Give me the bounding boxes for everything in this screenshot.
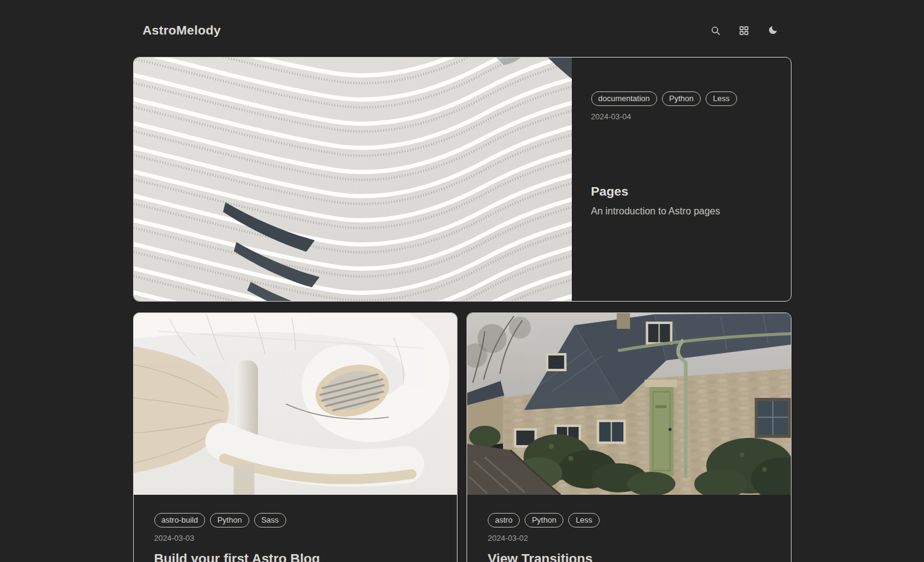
featured-post-card[interactable]: documentation Python Less 2024-03-04 Pag… (133, 57, 791, 302)
tag-pill[interactable]: Python (662, 91, 701, 106)
search-button[interactable] (706, 20, 726, 41)
post-date: 2024-03-04 (591, 112, 772, 121)
theme-toggle-button[interactable] (762, 20, 783, 41)
tag-pill[interactable]: Sass (254, 513, 286, 527)
grid-menu-button[interactable] (734, 20, 755, 41)
moon-icon (767, 25, 778, 36)
tag-pill[interactable]: Python (210, 513, 249, 527)
site-title[interactable]: AstroMelody (143, 23, 221, 38)
post-title-link[interactable]: Pages (591, 184, 772, 199)
tag-pill[interactable]: Less (568, 513, 599, 527)
tag-pill[interactable]: astro (488, 513, 520, 527)
tag-pill[interactable]: Less (706, 91, 736, 106)
post-date: 2024-03-02 (488, 534, 770, 543)
post-date: 2024-03-03 (154, 534, 437, 543)
tag-pill[interactable]: Python (525, 513, 563, 527)
wavy-facade-illustration (134, 58, 572, 301)
post-image[interactable] (467, 313, 791, 495)
tag-pill[interactable]: documentation (591, 91, 657, 106)
post-card-build-your-first-astro-blog[interactable]: astro-build Python Sass 2024-03-03 Build… (133, 312, 458, 562)
post-image[interactable] (134, 313, 457, 495)
post-body: astro-build Python Sass 2024-03-03 Build… (134, 495, 457, 562)
posts-grid: documentation Python Less 2024-03-04 Pag… (133, 57, 791, 562)
post-title-link[interactable]: View Transitions (488, 551, 770, 562)
curved-architecture-illustration (134, 313, 457, 495)
search-icon (710, 25, 721, 36)
cards-row: astro-build Python Sass 2024-03-03 Build… (133, 312, 791, 562)
post-description: An introduction to Astro pages (591, 206, 772, 217)
grid-icon (739, 25, 749, 36)
post-card-view-transitions[interactable]: astro Python Less 2024-03-02 View Transi… (467, 312, 791, 562)
featured-tag-row: documentation Python Less (591, 91, 772, 106)
tag-row: astro-build Python Sass (154, 513, 437, 527)
page-container: AstroMelody (133, 0, 791, 562)
post-body: astro Python Less 2024-03-02 View Transi… (467, 495, 791, 562)
site-header: AstroMelody (133, 0, 791, 57)
post-title-link[interactable]: Build your first Astro Blog (154, 551, 437, 562)
featured-post-body: documentation Python Less 2024-03-04 Pag… (572, 58, 791, 301)
tag-pill[interactable]: astro-build (154, 513, 206, 527)
header-actions (706, 20, 783, 41)
tag-row: astro Python Less (488, 513, 770, 527)
stone-cottages-illustration (467, 313, 791, 495)
featured-post-image[interactable] (134, 58, 572, 301)
